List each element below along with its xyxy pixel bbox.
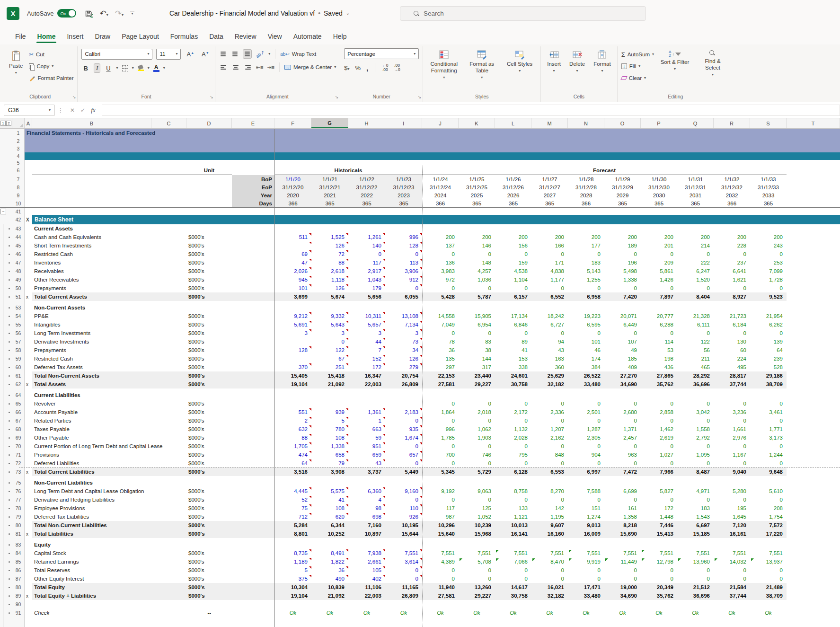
cell-P49[interactable]: 1,426 bbox=[641, 275, 677, 284]
cell-T50[interactable] bbox=[787, 284, 840, 292]
cell-K54[interactable]: 15,905 bbox=[459, 312, 495, 320]
cell-S85[interactable]: 13,937 bbox=[750, 557, 787, 566]
cell-G47[interactable]: 88 bbox=[311, 258, 348, 267]
cell-G44[interactable]: 1,525 bbox=[311, 233, 348, 241]
cell-J88[interactable]: 11,940 bbox=[422, 583, 459, 592]
cell-J55[interactable]: 7,049 bbox=[422, 320, 459, 329]
cell-P45[interactable]: 201 bbox=[641, 241, 677, 250]
row-header-86[interactable]: 86 bbox=[12, 566, 25, 574]
cell-T57[interactable] bbox=[787, 337, 840, 346]
cell-H73[interactable]: 3,737 bbox=[348, 468, 385, 476]
cell-P54[interactable]: 20,777 bbox=[641, 312, 677, 320]
cell-B7[interactable] bbox=[32, 175, 151, 183]
cell-G78[interactable]: 108 bbox=[311, 504, 348, 512]
currency-format-button[interactable]: $▾ bbox=[344, 64, 349, 71]
cell-L85[interactable]: 7,066 bbox=[495, 557, 531, 566]
cell-M51[interactable]: 6,552 bbox=[531, 292, 568, 301]
outline-level-2-button[interactable]: 2 bbox=[6, 121, 11, 126]
cell-O47[interactable]: 196 bbox=[604, 258, 641, 267]
cell-N60[interactable]: 384 bbox=[568, 363, 604, 371]
cell-R81[interactable]: 16,161 bbox=[714, 530, 750, 538]
cell-E47[interactable] bbox=[232, 258, 274, 267]
cell-L68[interactable]: 1,132 bbox=[495, 425, 531, 433]
row-label-73[interactable]: Total Current Liabilities bbox=[32, 468, 151, 476]
cell-K87[interactable]: 0 bbox=[459, 574, 495, 583]
row-header-54[interactable]: 54 bbox=[12, 312, 25, 320]
row-header-75[interactable]: 75 bbox=[12, 478, 25, 487]
cells-FT53[interactable] bbox=[274, 303, 840, 312]
cell-E56[interactable] bbox=[232, 329, 274, 337]
cell-I73[interactable]: 5,449 bbox=[385, 468, 422, 476]
banner-row-2[interactable] bbox=[25, 137, 840, 145]
cell-O80[interactable]: 8,218 bbox=[604, 521, 641, 530]
cell-I49[interactable]: 912 bbox=[385, 275, 422, 284]
cell-I57[interactable]: 73 bbox=[385, 337, 422, 346]
cell-S80[interactable]: 7,572 bbox=[750, 521, 787, 530]
menu-tab-home[interactable]: Home bbox=[32, 29, 62, 44]
row-label-67[interactable]: Related Parties bbox=[32, 416, 151, 425]
row-header-60[interactable]: 60 bbox=[12, 363, 25, 371]
cell-Q81[interactable]: 15,185 bbox=[677, 530, 714, 538]
cell-T70[interactable] bbox=[787, 442, 840, 450]
row-label-49[interactable]: Other Receivables bbox=[32, 275, 151, 284]
row-header-50[interactable]: 50 bbox=[12, 284, 25, 292]
cell-J71[interactable]: 700 bbox=[422, 450, 459, 459]
cell-J67[interactable]: 0 bbox=[422, 416, 459, 425]
cell-I9[interactable]: 2023 bbox=[385, 191, 422, 199]
cell-K50[interactable]: 0 bbox=[459, 284, 495, 292]
cell-L78[interactable]: 133 bbox=[495, 504, 531, 512]
cell-A81[interactable]: x bbox=[25, 530, 32, 538]
percent-format-button[interactable]: % bbox=[355, 64, 361, 71]
cell-F68[interactable]: 632 bbox=[274, 425, 311, 433]
cell-I91[interactable]: Ok bbox=[385, 609, 422, 617]
format-cells-button[interactable]: Format▾ bbox=[591, 48, 613, 75]
cell-G70[interactable]: 1,338 bbox=[311, 442, 348, 450]
cell-L54[interactable]: 17,134 bbox=[495, 312, 531, 320]
cell-I78[interactable]: 110 bbox=[385, 504, 422, 512]
row-header-1[interactable]: 1 bbox=[12, 129, 25, 137]
cell-N69[interactable]: 2,305 bbox=[568, 433, 604, 442]
cell-P50[interactable]: 0 bbox=[641, 284, 677, 292]
cell-F66[interactable]: 551 bbox=[274, 408, 311, 416]
cell-P70[interactable]: 0 bbox=[641, 442, 677, 450]
cell-L89[interactable]: 30,758 bbox=[495, 592, 531, 600]
cell-Q62[interactable]: 36,696 bbox=[677, 380, 714, 389]
cell-M79[interactable]: 1,195 bbox=[531, 512, 568, 521]
cell-C85[interactable] bbox=[151, 557, 186, 566]
cell-Q91[interactable]: Ok bbox=[677, 609, 714, 617]
cell-L67[interactable]: 0 bbox=[495, 416, 531, 425]
row-header-64[interactable]: 64 bbox=[12, 391, 25, 399]
cell-S9[interactable]: 2033 bbox=[750, 191, 787, 199]
cell-M73[interactable]: 6,553 bbox=[531, 468, 568, 476]
row-label-78[interactable]: Employee Provisions bbox=[32, 504, 151, 512]
row-label-81[interactable]: Total Liabilities bbox=[32, 530, 151, 538]
cell-C61[interactable] bbox=[151, 371, 186, 380]
cell-H88[interactable]: 11,106 bbox=[348, 583, 385, 592]
cell-H48[interactable]: 2,917 bbox=[348, 267, 385, 275]
cell-N88[interactable]: 17,471 bbox=[568, 583, 604, 592]
cell-L56[interactable]: 0 bbox=[495, 329, 531, 337]
cell-G49[interactable]: 1,118 bbox=[311, 275, 348, 284]
cell-J91[interactable]: Ok bbox=[422, 609, 459, 617]
cell-G84[interactable]: 8,491 bbox=[311, 549, 348, 557]
menu-tab-draw[interactable]: Draw bbox=[89, 29, 116, 44]
cell-M71[interactable]: 848 bbox=[531, 450, 568, 459]
cell-F89[interactable]: 19,104 bbox=[274, 592, 311, 600]
cell-K48[interactable]: 4,257 bbox=[459, 267, 495, 275]
unit-87[interactable]: $000's bbox=[186, 574, 232, 583]
cell-C68[interactable] bbox=[151, 425, 186, 433]
cell-R73[interactable]: 9,040 bbox=[714, 468, 750, 476]
cell-H80[interactable]: 7,160 bbox=[348, 521, 385, 530]
cell-Q72[interactable]: 0 bbox=[677, 459, 714, 468]
cell-T54[interactable] bbox=[787, 312, 840, 320]
cell-O70[interactable]: 0 bbox=[604, 442, 641, 450]
cell-S7[interactable]: 1/1/33 bbox=[750, 175, 787, 183]
undo-button[interactable]: ↶▾ bbox=[99, 9, 108, 18]
cancel-entry-icon[interactable]: ✕ bbox=[70, 107, 75, 114]
row-header-7[interactable]: 7 bbox=[12, 175, 25, 183]
cell-G69[interactable]: 108 bbox=[311, 433, 348, 442]
cell-T49[interactable] bbox=[787, 275, 840, 284]
increase-indent-button[interactable]: ⇥≡ bbox=[267, 64, 274, 71]
cell-C64[interactable] bbox=[151, 391, 186, 399]
cell-Q51[interactable]: 8,404 bbox=[677, 292, 714, 301]
